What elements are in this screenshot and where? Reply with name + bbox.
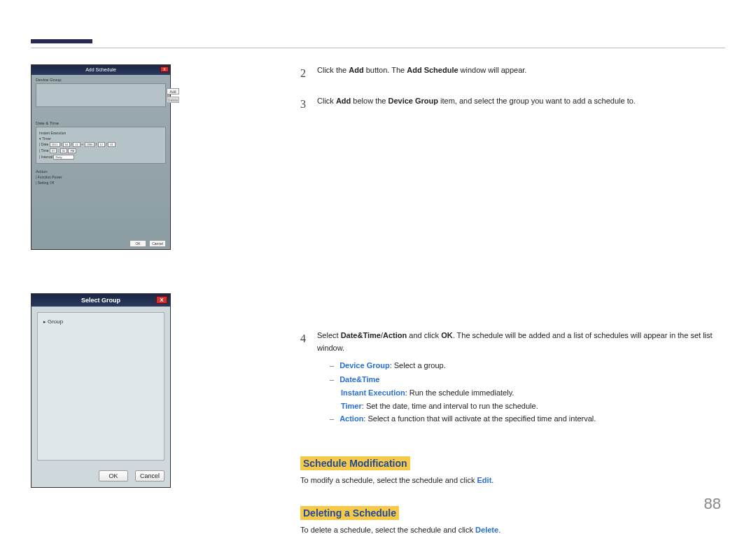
section-heading: Deleting a Schedule [300,506,399,520]
step-number: 2 [300,64,310,83]
cancel-button[interactable]: Cancel [135,470,164,482]
step-body: Click the Add button. The Add Schedule w… [317,64,725,83]
group-tree-item[interactable]: Group [43,318,158,325]
key: Instant Execution [341,388,405,397]
action-label: Action [36,169,166,174]
date-time-panel: Instant Execution ▾ Timer | Date 2011 / … [36,127,166,164]
text: button. The [364,66,407,74]
bullet-dash: – [330,360,334,372]
key: Date&Time [340,374,379,386]
interval-select[interactable]: Daily [53,155,74,160]
content-area: Add Schedule X Device Group Add Delete D… [31,64,725,534]
dialog-title-bar: Add Schedule X [31,65,170,75]
bullet-action: – Action: Select a function that will ac… [330,413,725,425]
date-time-label: Date & Time [36,121,166,125]
step-number: 4 [300,330,310,427]
section-body: To delete a schedule, select the schedul… [300,524,725,534]
delete-button[interactable]: Delete [167,97,179,103]
step-body: Select Date&Time/Action and click OK. Th… [317,330,725,427]
val: : Select a group. [390,361,446,370]
dialog-footer: OK Cancel [99,470,164,482]
step-4: 4 Select Date&Time/Action and click OK. … [300,330,725,427]
date-month[interactable]: 04 [63,142,70,147]
interval-label: | Interval [39,155,52,159]
bold-text: Add [349,66,363,74]
text: To delete a schedule, select the schedul… [300,526,475,534]
text: Click the [317,66,349,74]
val: : Set the date, time and interval to run… [362,402,538,410]
key: Device Group [340,361,390,370]
close-icon[interactable]: X [160,66,169,72]
time-row: | Time 07 : 32 PM [39,148,162,153]
setting-select[interactable]: Off [50,181,55,185]
bullet-body: Action: Select a function that will acti… [340,413,596,425]
timer-row: ▾ Timer [39,136,162,141]
group-tree-panel: Group [37,312,164,461]
header-accent [31,39,92,43]
bold-text: Add [336,97,351,105]
device-group-panel: Add Delete [36,83,166,107]
dialog-title: Select Group [81,297,120,304]
bold-text: Delete [475,526,498,534]
dialog-title-bar: Select Group X [31,294,170,307]
action-panel: | Function Power | Setting Off [36,175,166,185]
val: : Run the schedule immediately. [405,388,514,397]
deleting-schedule-section: Deleting a Schedule To delete a schedule… [300,489,725,534]
bold-text: Edit [477,476,492,484]
bullet-dash: – [330,374,334,386]
bold-text: Action [383,331,407,339]
ok-button[interactable]: OK [99,470,128,482]
step-3: 3 Click Add below the Device Group item,… [300,95,725,113]
date-day[interactable]: 11 [73,142,80,147]
text: window will appear. [458,66,527,74]
val: : Select a function that will activate a… [363,414,596,423]
text: and click [407,331,441,339]
instructions-column: 2 Click the Add button. The Add Schedule… [300,64,725,534]
date-month2[interactable]: 12 [98,142,105,147]
function-row: | Function Power [36,175,166,179]
setting-row: | Setting Off [36,181,166,185]
bullet-device-group: – Device Group: Select a group. [330,360,725,372]
add-schedule-screenshot: Add Schedule X Device Group Add Delete D… [31,64,171,250]
schedule-modification-section: Schedule Modification To modify a schedu… [300,440,725,487]
interval-row: | Interval Daily [39,155,162,160]
select-group-screenshot: Select Group X Group OK Cancel [31,293,171,488]
text: . [498,526,500,534]
dialog-footer: OK Cancel [130,240,166,247]
bullet-list: – Device Group: Select a group. – Date&T… [330,360,725,425]
header-divider [31,48,725,48]
bold-text: OK [441,331,453,339]
spacer [300,125,725,330]
function-label: | Function [36,175,51,179]
add-button[interactable]: Add [167,88,179,94]
cancel-button[interactable]: Cancel [149,240,166,247]
key: Timer [341,402,362,410]
time-min[interactable]: 32 [60,148,67,153]
section-heading: Schedule Modification [300,456,410,470]
device-group-label: Device Group [36,78,166,82]
text: To modify a schedule, select the schedul… [300,476,477,484]
dialog-title: Add Schedule [85,67,116,72]
date-year2[interactable]: 2086 [85,142,95,147]
date-day2[interactable]: 31 [108,142,115,147]
step-number: 3 [300,95,310,113]
time-label: | Time [39,148,49,153]
close-icon[interactable]: X [156,296,167,304]
bullet-date-time: – Date&Time [330,374,725,386]
setting-label: | Setting [36,181,48,185]
date-sep: ~ [81,142,83,146]
time-hour[interactable]: 07 [50,148,57,153]
step-body: Click Add below the Device Group item, a… [317,95,725,113]
key: Action [340,414,363,423]
function-select[interactable]: Power [52,175,62,179]
bullet-body: Device Group: Select a group. [340,360,446,372]
bold-text: Device Group [388,97,438,105]
section-body: To modify a schedule, select the schedul… [300,475,725,487]
time-ampm[interactable]: PM [68,148,76,153]
text: Select [317,331,341,339]
date-row: | Date 2011 / 04 / 11 ~ 2086 / 12 / 31 [39,142,162,147]
date-year[interactable]: 2011 [50,142,60,147]
ok-button[interactable]: OK [130,240,146,247]
text: item, and select the group you want to a… [438,97,636,105]
screenshots-column: Add Schedule X Device Group Add Delete D… [31,64,171,534]
